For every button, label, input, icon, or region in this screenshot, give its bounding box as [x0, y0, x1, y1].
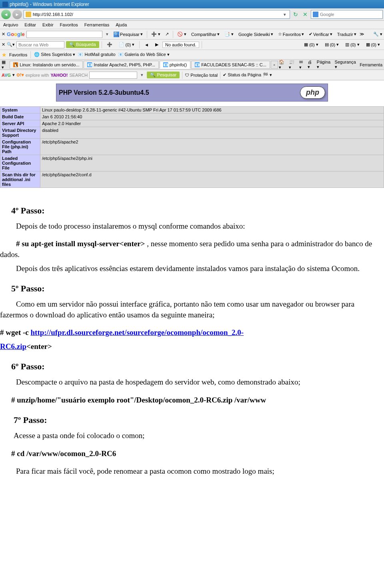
- ferramenta-menu[interactable]: Ferramenta: [360, 62, 382, 67]
- step6-title: 6º Passo:: [11, 361, 384, 373]
- menu-exibir[interactable]: Exibir: [41, 22, 55, 28]
- ws-grid2[interactable]: ▤ (0) ▾: [322, 41, 341, 48]
- ie-icon: [2, 2, 8, 7]
- ws-grid3[interactable]: ▥ (0) ▾: [343, 41, 362, 48]
- tab-linux[interactable]: 🐧Linux: Instalando um servido...: [10, 61, 83, 69]
- ws-grid4[interactable]: ▩ (0) ▾: [364, 41, 382, 48]
- home-icon[interactable]: 🏠 ▾: [279, 60, 288, 70]
- ws-mag-icon[interactable]: 🔍▾: [7, 42, 15, 47]
- favorites-bar: ★ Favoritos 🌐 Sites Sugeridos ▾ 📧 HotMai…: [0, 50, 384, 60]
- menu-ajuda[interactable]: Ajuda: [114, 22, 128, 28]
- stop-button[interactable]: ✕: [301, 10, 309, 18]
- table-row: Build DateJan 6 2010 21:56:40: [0, 114, 384, 120]
- menu-ferramentas[interactable]: Ferramentas: [83, 22, 111, 28]
- menu-editar[interactable]: Editar: [23, 22, 38, 28]
- google-x-icon[interactable]: ✕: [2, 32, 5, 37]
- pesquisar-button[interactable]: 🔍Pesquisar ▾: [112, 31, 144, 38]
- ws-prev-icon[interactable]: ◄: [142, 42, 151, 48]
- page-favicon: [26, 12, 31, 17]
- hotmail-link[interactable]: 📧 HotMail gratuito: [78, 52, 115, 57]
- google-logo: Google: [7, 31, 25, 37]
- tabs-bar: ▦ ▾ 🐧Linux: Instalando um servido... 📧In…: [0, 60, 384, 70]
- fav-star-icon[interactable]: ★: [2, 52, 7, 58]
- google-search-drop[interactable]: ▾: [104, 32, 110, 37]
- galeria-link[interactable]: 📧 Galeria do Web Slice ▾: [118, 52, 170, 57]
- websearch-toolbar: ✕ 🔍▾ 🔍 Búsqueda ➕ 📄 (0) ▾ ◄ ▶ No audio f…: [0, 40, 384, 50]
- avg-pesquisar-button[interactable]: 🔍 Pesquisar: [147, 72, 180, 78]
- step7-cmd: # cd /var/www/ocomon_2.0-RC6: [11, 448, 384, 459]
- table-row: Virtual Directory Supportdisabled: [0, 127, 384, 139]
- php-version-title: PHP Version 5.2.6-3ubuntu4.5: [59, 89, 149, 96]
- forward-button[interactable]: ►: [12, 10, 22, 19]
- ws-plus-icon[interactable]: ➕: [104, 41, 115, 48]
- pagina-menu[interactable]: Página ▾: [317, 60, 333, 70]
- websearch-input[interactable]: [16, 41, 64, 48]
- ws-count1[interactable]: 📄 (0) ▾: [116, 41, 137, 48]
- print-icon[interactable]: 🖨 ▾: [308, 60, 315, 70]
- ws-x-icon[interactable]: ✕: [2, 42, 5, 47]
- table-row: Configuration File (php.ini) Path/etc/ph…: [0, 139, 384, 155]
- google-toolbar: ✕ Google ▾ 🔍Pesquisar ▾ ➕ ▾ ↗ 🚫 ▾ Compar…: [0, 29, 384, 40]
- step5-link1[interactable]: http://ufpr.dl.sourceforge.net/sourcefor…: [31, 328, 244, 337]
- yahoo-logo: YAHOO!: [50, 73, 68, 78]
- back-button[interactable]: ◄: [1, 10, 11, 19]
- google-search-input[interactable]: [26, 31, 102, 38]
- tab-phpinfo[interactable]: 📧phpinfo(): [160, 61, 190, 69]
- step7-text2: Para ficar mais fácil você, pode renomea…: [0, 466, 384, 477]
- verificar-button[interactable]: ✔ Verificar ▾: [307, 31, 334, 37]
- busqueda-button[interactable]: 🔍 Búsqueda: [66, 41, 99, 48]
- feeds-icon[interactable]: 📰 ▾: [289, 60, 298, 70]
- menu-favoritos[interactable]: Favoritos: [58, 22, 80, 28]
- google-more[interactable]: ≫: [360, 32, 364, 37]
- browser-search-box[interactable]: [311, 10, 383, 19]
- seguranca-menu[interactable]: Segurança ▾: [335, 60, 358, 70]
- address-bar[interactable]: ▾: [24, 10, 290, 19]
- avg-protecao[interactable]: 🛡 Proteção total: [185, 73, 218, 78]
- new-tab-button[interactable]: ▫: [271, 61, 278, 69]
- ws-grid1[interactable]: ▦ (0) ▾: [302, 41, 320, 48]
- avg-circle-icon[interactable]: ⊙!▾: [16, 72, 24, 78]
- ws-next-icon[interactable]: ▶: [153, 41, 161, 48]
- search-provider-icon: [313, 12, 318, 17]
- php-logo: php: [300, 86, 325, 99]
- refresh-button[interactable]: ↻: [292, 10, 300, 18]
- sites-sugeridos[interactable]: 🌐 Sites Sugeridos ▾: [34, 52, 75, 57]
- menu-arquivo[interactable]: Arquivo: [2, 22, 20, 28]
- avg-logo: AVG: [2, 73, 11, 78]
- tab-apache[interactable]: 📧Instalar Apache2, PHP5, PHP...: [84, 61, 158, 69]
- browser-search-input[interactable]: [320, 12, 381, 17]
- avg-search-input[interactable]: [89, 72, 137, 79]
- traduzir-button[interactable]: Traduzir ▾: [336, 31, 358, 37]
- phpinfo-table: SystemLinux paulo-desktop 2.6.28-11-gene…: [0, 106, 384, 188]
- tab-senac[interactable]: 📧FACULDADES SENAC-RS :: C...: [191, 61, 270, 69]
- step5-link2[interactable]: RC6.zip: [0, 342, 26, 351]
- mail-icon[interactable]: ✉ ▾: [299, 60, 306, 70]
- menu-bar: Arquivo Editar Exibir Favoritos Ferramen…: [0, 21, 384, 29]
- window-title: phpinfo() - Windows Internet Explorer: [10, 2, 89, 7]
- avg-explore: explore with: [26, 73, 49, 78]
- tabs-grid-icon[interactable]: ▦ ▾: [2, 60, 9, 70]
- url-dropdown[interactable]: ▾: [282, 12, 288, 17]
- document-content: 4º Passo: Depois de todo processo instal…: [0, 188, 384, 488]
- step5-text1: Como em um servidor não possui interface…: [0, 299, 384, 320]
- avg-status[interactable]: ✔ Status da Página: [223, 72, 261, 78]
- step4-text1: Depois de todo processo instalaremos o m…: [0, 221, 384, 232]
- google-wrench-icon[interactable]: 🔧 ▾: [373, 32, 382, 37]
- google-plus-icon[interactable]: ➕ ▾: [150, 31, 162, 37]
- favorites-label[interactable]: Favoritos: [9, 52, 27, 57]
- step4-title: 4º Passo:: [11, 205, 384, 217]
- table-row: Loaded Configuration File/etc/php5/apach…: [0, 155, 384, 171]
- compartilhar-button[interactable]: Compartilhar ▾: [190, 31, 221, 37]
- step5-cmd-suffix: <enter>: [26, 342, 52, 351]
- google-block-icon[interactable]: 🚫 ▾: [176, 31, 188, 37]
- url-input[interactable]: [33, 12, 282, 17]
- step5-title: 5º Passo:: [11, 283, 384, 295]
- avg-toolbar: AVG ▾ ⊙!▾ explore with YAHOO! SEARCH ▾ 🔍…: [0, 70, 384, 80]
- sidewiki-button[interactable]: Google Sidewiki ▾: [237, 31, 275, 37]
- google-share-icon[interactable]: ↗: [164, 31, 170, 37]
- google-bookmark-icon[interactable]: 📑 ▾: [223, 31, 235, 37]
- avg-flag-icon[interactable]: 🏁 ▾: [263, 72, 272, 78]
- noaudio-label: No audio found.: [162, 42, 199, 48]
- table-row: SystemLinux paulo-desktop 2.6.28-11-gene…: [0, 107, 384, 114]
- favoritos-button[interactable]: ☆ Favoritos ▾: [276, 31, 306, 37]
